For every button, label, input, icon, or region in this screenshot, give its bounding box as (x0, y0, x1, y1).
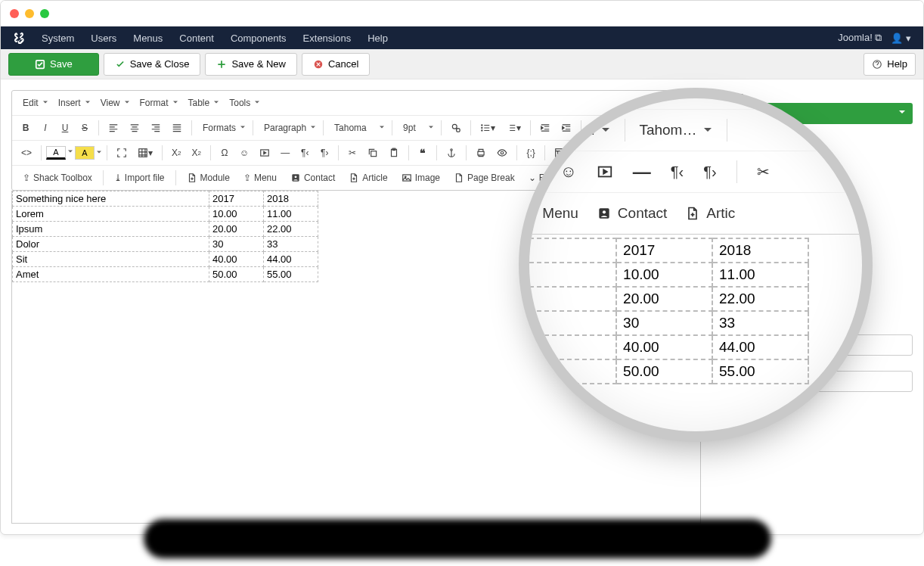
minimize-window-button[interactable] (25, 9, 34, 18)
hr-button[interactable]: — (276, 144, 294, 162)
subscript-button[interactable]: X2 (167, 144, 185, 162)
strikethrough-button[interactable]: S (76, 119, 94, 137)
lens-ltr-icon: ¶‹ (671, 163, 684, 181)
formats-select[interactable]: Formats (197, 119, 248, 137)
save-button[interactable]: Save (8, 53, 99, 76)
share-icon: ⇪ (243, 173, 251, 183)
edit-menu[interactable]: Edit (17, 94, 51, 112)
lens-media-icon (597, 163, 613, 180)
table-menu[interactable]: Table (182, 94, 222, 112)
save-close-button[interactable]: Save & Close (104, 53, 201, 76)
menu-button[interactable]: ⇪Menu (237, 169, 283, 187)
magnifier-lens: …ole Tools Formats Paragraph Tahom… X2 X… (529, 98, 862, 431)
site-name-link[interactable]: Joomla! ⧉ (838, 32, 882, 44)
menu-system[interactable]: System (42, 33, 74, 44)
menu-content[interactable]: Content (179, 33, 214, 44)
cut-button[interactable]: ✂ (343, 144, 361, 162)
maximize-window-button[interactable] (40, 9, 49, 18)
upload-icon: ⇪ (23, 173, 30, 183)
copy-button[interactable] (363, 144, 383, 162)
lens-contact-button: Contact (597, 205, 667, 222)
block-select[interactable]: Paragraph (258, 119, 318, 137)
chevron-down-icon: ⌄ (529, 173, 536, 183)
svg-rect-8 (139, 149, 147, 157)
svg-rect-10 (371, 151, 377, 157)
svg-rect-16 (556, 149, 564, 157)
align-justify-button[interactable] (167, 119, 187, 137)
action-bar: Save Save & Close Save & New Cancel Help (1, 49, 923, 79)
number-list-button[interactable]: ▾ (501, 119, 526, 137)
preview-button[interactable] (492, 144, 512, 162)
insert-menu[interactable]: Insert (52, 94, 93, 112)
ltr-button[interactable]: ¶‹ (296, 144, 314, 162)
italic-button[interactable]: I (36, 119, 54, 137)
tools-menu[interactable]: Tools (223, 94, 262, 112)
paste-button[interactable] (384, 144, 404, 162)
import-file-button[interactable]: ⤓Import file (108, 169, 171, 187)
contact-button[interactable]: Contact (284, 169, 341, 187)
check-icon (35, 59, 45, 70)
svg-rect-14 (478, 151, 484, 155)
plus-icon (216, 59, 227, 70)
blockquote-button[interactable]: ❝ (414, 144, 432, 162)
pagebreak-button[interactable]: Page Break (448, 169, 521, 187)
bg-color-button[interactable]: A (75, 146, 95, 160)
menu-components[interactable]: Components (231, 33, 287, 44)
align-left-button[interactable] (104, 119, 123, 137)
table-button[interactable]: ▾ (133, 144, 157, 162)
underline-button[interactable]: U (56, 119, 74, 137)
file-plus-icon (349, 173, 359, 183)
svg-point-15 (501, 151, 504, 154)
article-button[interactable]: Article (343, 169, 393, 187)
table-row: Lorem10.0011.00 (13, 207, 318, 222)
find-replace-button[interactable] (446, 119, 466, 137)
bold-button[interactable]: B (17, 119, 35, 137)
codesample-button[interactable]: {;} (522, 144, 540, 162)
mac-titlebar (1, 1, 923, 26)
source-code-button[interactable]: <> (17, 144, 36, 162)
save-new-button[interactable]: Save & New (205, 53, 297, 76)
menu-users[interactable]: Users (91, 33, 116, 44)
anchor-button[interactable] (442, 144, 461, 162)
text-color-button[interactable]: A (46, 146, 66, 160)
menu-menus[interactable]: Menus (133, 33, 163, 44)
svg-point-5 (482, 125, 482, 126)
bullet-list-button[interactable]: ▾ (476, 119, 500, 137)
indent-button[interactable] (557, 119, 576, 137)
cancel-button[interactable]: Cancel (302, 53, 370, 76)
user-menu-icon[interactable]: 👤 ▾ (891, 33, 911, 44)
lens-font-select: Tahom… (639, 122, 713, 138)
print-button[interactable] (471, 144, 491, 162)
close-window-button[interactable] (10, 9, 19, 18)
lens-article-button: Artic (685, 205, 735, 222)
view-menu[interactable]: View (95, 94, 132, 112)
outdent-button[interactable] (535, 119, 555, 137)
menu-extensions[interactable]: Extensions (303, 33, 352, 44)
file-plus-icon (454, 173, 464, 183)
media-button[interactable] (255, 144, 274, 162)
content-table[interactable]: Something nice here20172018 Lorem10.0011… (12, 191, 318, 282)
align-right-button[interactable] (146, 119, 166, 137)
help-button[interactable]: Help (864, 53, 916, 76)
format-menu[interactable]: Format (134, 94, 181, 112)
table-row: Dolor3033 (13, 237, 318, 252)
module-button[interactable]: Module (181, 169, 236, 187)
align-center-button[interactable] (125, 119, 144, 137)
menu-help[interactable]: Help (367, 33, 388, 44)
cancel-icon (313, 59, 324, 70)
admin-top-menu: System Users Menus Content Components Ex… (1, 26, 923, 49)
image-button[interactable]: Image (395, 169, 446, 187)
svg-point-13 (451, 149, 452, 151)
rtl-button[interactable]: ¶› (315, 144, 333, 162)
lens-cut-icon: ✂ (757, 163, 770, 181)
shadow-decoration (144, 519, 771, 558)
fontsize-select[interactable]: 9pt (397, 119, 436, 137)
fullscreen-button[interactable] (112, 144, 132, 162)
font-select[interactable]: Tahoma (328, 119, 387, 137)
superscript-button[interactable]: X2 (187, 144, 205, 162)
emoji-button[interactable]: ☺ (235, 144, 253, 162)
joomla-logo-icon[interactable] (13, 32, 25, 44)
shack-toolbox-button[interactable]: ⇪Shack Toolbox (17, 169, 98, 187)
table-row: Something nice here20172018 (13, 191, 318, 207)
special-char-button[interactable]: Ω (215, 144, 234, 162)
